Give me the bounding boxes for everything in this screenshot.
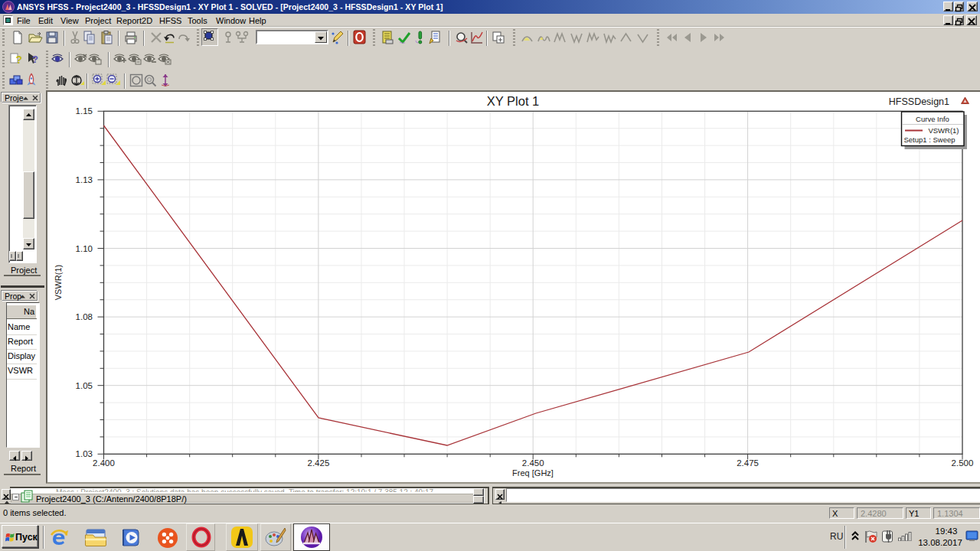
svg-text:1.03: 1.03 [76,449,93,458]
svg-text:?: ? [32,54,38,65]
svg-text:Setup1 : Sweep: Setup1 : Sweep [903,135,955,144]
svg-text:1.15: 1.15 [76,106,93,116]
svg-text:XY Plot 1: XY Plot 1 [487,94,540,108]
svg-text:1.13: 1.13 [76,175,93,184]
svg-text:2.425: 2.425 [308,458,330,468]
svg-text:1.05: 1.05 [76,381,93,390]
svg-text:?: ? [16,54,23,66]
svg-text:2.475: 2.475 [737,458,759,468]
svg-text:1.10: 1.10 [76,244,93,253]
svg-text:VSWR(1): VSWR(1) [928,126,959,135]
svg-text:Freq [GHz]: Freq [GHz] [512,468,554,478]
svg-text:Curve Info: Curve Info [916,115,949,123]
svg-text:2.500: 2.500 [952,458,974,468]
svg-text:HFSSDesign1: HFSSDesign1 [889,96,949,107]
svg-text:1.08: 1.08 [76,312,93,321]
svg-text:2.400: 2.400 [93,458,115,468]
svg-text:2.450: 2.450 [522,458,544,468]
svg-text:VSWR(1): VSWR(1) [54,265,63,300]
